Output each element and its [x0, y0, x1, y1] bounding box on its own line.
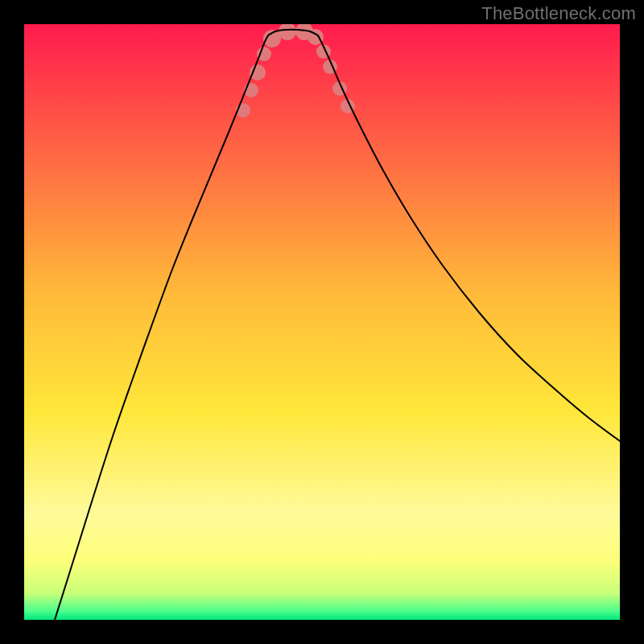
plot-area — [24, 24, 620, 620]
chart-svg — [24, 24, 620, 620]
chart-frame: TheBottleneck.com — [0, 0, 644, 644]
gradient-background — [24, 24, 620, 620]
attribution-label: TheBottleneck.com — [481, 3, 636, 24]
